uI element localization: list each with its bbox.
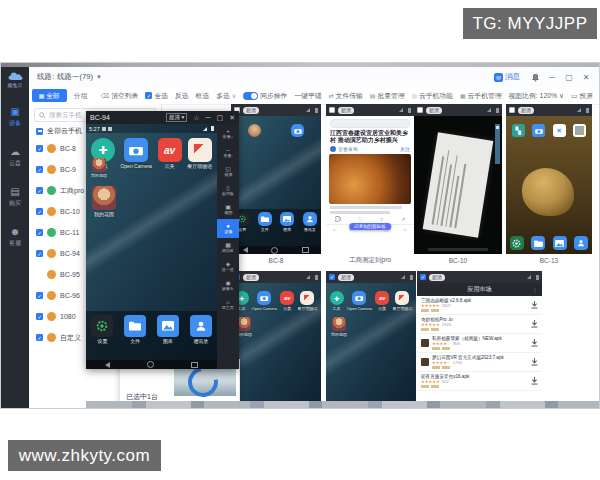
- dock-item-person[interactable]: 通讯录: [190, 315, 212, 344]
- recents-icon[interactable]: [302, 247, 309, 253]
- pin-star-icon[interactable]: ☆: [193, 114, 199, 122]
- gallery-image-icon[interactable]: [553, 236, 567, 250]
- video-preview[interactable]: [414, 116, 502, 254]
- contacts-person-icon[interactable]: [574, 236, 588, 250]
- device-checkbox[interactable]: ✓: [36, 313, 43, 320]
- strip-1-button[interactable]: −音量-: [217, 143, 239, 162]
- preview-cell-docvideo[interactable]: 超清 BC-10: [414, 104, 502, 266]
- minimize-button[interactable]: ─: [545, 70, 559, 84]
- tab-all-devices[interactable]: ▦ 全部: [32, 89, 67, 102]
- download-icon[interactable]: [531, 358, 538, 366]
- notification-bell-icon[interactable]: [528, 70, 542, 84]
- share-icon[interactable]: ↗: [401, 216, 405, 222]
- app-garden[interactable]: 我的花园: [92, 186, 116, 217]
- preview-cell-article[interactable]: 超清 江西宜春建设宜居宜业和美乡村 推动演艺助力乡村振兴 宜春发布 关注 已复制…: [326, 104, 414, 266]
- toolbar-action-10[interactable]: ▦云手机管理: [460, 91, 502, 101]
- strip-6-button[interactable]: ▦虚拟键: [217, 238, 239, 257]
- store-row[interactable]: 三国志战略版 v2.6.8.apk★★★★★2847: [417, 296, 542, 315]
- dock-item-folder[interactable]: 文件: [258, 212, 272, 232]
- phone-screen-preview[interactable]: ▚ ✕: [506, 116, 592, 254]
- preview-cell-home1[interactable]: ✓ 超清 ✚工具Open Cameraav云美餐厅萌物语我的花园: [231, 271, 321, 401]
- sync-toggle[interactable]: [243, 92, 258, 100]
- sidebar-item-clouddisk[interactable]: ☁云盘: [9, 146, 21, 168]
- download-icon[interactable]: [531, 301, 538, 309]
- device-checkbox[interactable]: ✓: [36, 334, 43, 341]
- app-yunmei[interactable]: av云美: [375, 291, 389, 311]
- store-row[interactable]: 私密相册管家（精简版）NEW.apk★★★★☆968: [417, 334, 542, 353]
- phone-minimize-button[interactable]: ─: [206, 114, 211, 121]
- sidebar-item-buy[interactable]: ▤购买: [9, 186, 21, 208]
- browser-page-preview[interactable]: 江西宜春建设宜居宜业和美乡村 推动演艺助力乡村振兴 宜春发布 关注 已复制到剪贴…: [326, 116, 414, 254]
- follow-button[interactable]: 关注: [400, 146, 410, 152]
- app-yunmei[interactable]: av云美: [158, 138, 182, 169]
- back-icon[interactable]: ‹: [333, 226, 335, 232]
- phone-close-button[interactable]: ✕: [229, 114, 235, 122]
- download-icon[interactable]: [531, 320, 538, 328]
- toolbar-action-9[interactable]: ◎云手机功能: [412, 91, 453, 101]
- preview-checkbox[interactable]: [509, 107, 515, 113]
- app-opencamera[interactable]: Open Camera: [120, 138, 151, 169]
- dock-item-folder[interactable]: 文件: [124, 315, 146, 344]
- app-opencamera[interactable]: Open Camera: [347, 291, 372, 311]
- preview-cell-bc8[interactable]: 超清 设置文件图库通讯录 BC-8: [231, 104, 321, 266]
- sidebar-item-devices[interactable]: ▣设备: [9, 106, 21, 128]
- phone-screen-preview[interactable]: 设置文件图库通讯录: [231, 116, 321, 254]
- app-store-preview[interactable]: 应用市场 ⋮ 三国志战略版 v2.6.8.apk★★★★★2847奇妙相机Pro…: [417, 283, 542, 401]
- toolbar-action-2[interactable]: 反选: [175, 91, 189, 101]
- toolbar-action-5[interactable]: 同步操作: [243, 91, 287, 101]
- phone-window-header[interactable]: BC-94 超清 ▾ ☆ ─ ▢ ✕: [86, 111, 239, 124]
- phone-screen-preview[interactable]: ✚工具Open Cameraav云美餐厅萌物语我的花园: [231, 283, 321, 401]
- settings-gear-icon[interactable]: [510, 236, 524, 250]
- menu-icon[interactable]: ⌂: [404, 226, 407, 232]
- strip-7-button[interactable]: ◈摇一摇: [217, 257, 239, 276]
- view-scale-control[interactable]: 视图比例: 120% ∨: [509, 91, 564, 101]
- app-restaurant[interactable]: 餐厅萌物语: [187, 138, 212, 169]
- app-avatar[interactable]: [248, 124, 261, 143]
- app-yunmei[interactable]: av云美: [280, 291, 294, 311]
- strip-4-button[interactable]: ▣截图: [217, 200, 239, 219]
- device-checkbox[interactable]: ✓: [36, 166, 43, 173]
- app-camera[interactable]: [532, 124, 545, 137]
- recents-icon[interactable]: [191, 362, 198, 368]
- toolbar-action-8[interactable]: ▤批量管理: [370, 91, 405, 101]
- files-folder-icon[interactable]: [531, 236, 545, 250]
- app-tools[interactable]: ✚工具: [330, 291, 344, 311]
- app-garden[interactable]: 我的花园: [331, 317, 347, 337]
- toolbar-action-1[interactable]: ✓全选: [145, 91, 168, 101]
- app-restaurant[interactable]: 餐厅萌物语: [392, 291, 412, 311]
- app-x[interactable]: ✕: [553, 124, 566, 137]
- close-button[interactable]: ✕: [579, 70, 593, 84]
- browser-search-bar[interactable]: [330, 119, 410, 128]
- home-icon[interactable]: [147, 361, 154, 368]
- strip-8-button[interactable]: ◉摄像头: [217, 276, 239, 295]
- device-checkbox[interactable]: ✓: [36, 292, 43, 299]
- back-icon[interactable]: [105, 362, 110, 368]
- preview-checkbox[interactable]: [417, 107, 423, 113]
- strip-3-button[interactable]: ▯剪切板: [217, 181, 239, 200]
- preview-checkbox[interactable]: ✓: [329, 274, 335, 280]
- device-checkbox[interactable]: ✓: [36, 208, 43, 215]
- comment-icon[interactable]: 💬: [335, 216, 341, 222]
- maximize-button[interactable]: ▢: [562, 70, 576, 84]
- toolbar-action-7[interactable]: ⇄文件传输: [329, 91, 363, 101]
- app-tile[interactable]: ▚: [512, 124, 525, 137]
- home-icon[interactable]: [271, 247, 278, 254]
- strip-2-button[interactable]: ◱横屏: [217, 162, 239, 181]
- tab-groups[interactable]: 分组: [67, 91, 95, 101]
- app-gallery[interactable]: [573, 124, 586, 137]
- toolbar-action-3[interactable]: 框选: [196, 91, 210, 101]
- device-checkbox[interactable]: ✓: [36, 145, 43, 152]
- select-all-checkbox[interactable]: ✓: [145, 92, 152, 99]
- device-checkbox[interactable]: ✓: [36, 229, 43, 236]
- preview-cell-lion[interactable]: 超清 ▚ ✕ BC-13: [506, 104, 592, 266]
- select-all-checkbox[interactable]: [36, 128, 43, 135]
- like-icon[interactable]: ♡: [358, 216, 362, 222]
- dock-item-person[interactable]: 通讯录: [303, 212, 317, 232]
- back-icon[interactable]: [243, 247, 248, 253]
- app-restaurant[interactable]: 餐厅萌物语: [297, 291, 317, 311]
- phone-screen[interactable]: 5:27 ✚工具Open Cameraav云美餐厅萌物语 我的花园 设置文件图库…: [86, 124, 217, 369]
- dock-item-image[interactable]: 图库: [157, 315, 179, 344]
- toolbar-action-6[interactable]: 一键平铺: [294, 91, 321, 101]
- cast-screen-button[interactable]: ▭ 投屏: [571, 91, 593, 101]
- strip-0-button[interactable]: +音量+: [217, 124, 239, 143]
